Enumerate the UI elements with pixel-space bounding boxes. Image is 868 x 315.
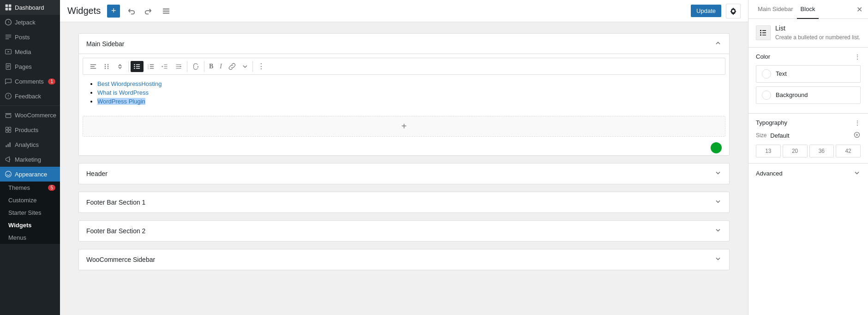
widget-area-header: Header: [78, 163, 730, 184]
toolbar-ordered-button[interactable]: 123: [144, 61, 157, 72]
text-color-circle: [762, 69, 771, 79]
woocommerce-area-header[interactable]: WooCommerce Sidebar: [79, 249, 729, 270]
list-item-3: WordPress Plugin: [97, 98, 722, 105]
toolbar-options-button[interactable]: ⋮: [255, 60, 268, 73]
sidebar-item-appearance[interactable]: Appearance: [0, 167, 60, 182]
marketing-icon: [5, 156, 12, 163]
list-icon: [133, 63, 141, 70]
sidebar-item-jetpack[interactable]: Jetpack: [0, 15, 60, 30]
topbar: Widgets + Update: [60, 0, 748, 22]
sidebar-item-comments[interactable]: Comments 1: [0, 74, 60, 89]
svg-rect-1: [9, 5, 12, 7]
tab-main-sidebar[interactable]: Main Sidebar: [754, 0, 797, 19]
sidebar-subitem-customize[interactable]: Customize: [0, 194, 60, 206]
settings-button[interactable]: [726, 4, 741, 18]
sidebar-item-label: Jetpack: [15, 19, 36, 26]
link-icon: [228, 63, 236, 70]
close-icon: ✕: [856, 6, 862, 13]
sidebar-item-media[interactable]: Media: [0, 44, 60, 59]
list-link-3[interactable]: WordPress Plugin: [97, 98, 145, 105]
tab-block[interactable]: Block: [797, 0, 819, 19]
indent-icon: [175, 63, 182, 70]
sidebar-item-products[interactable]: Products: [0, 122, 60, 137]
green-indicator-container: [79, 140, 729, 155]
add-block-area[interactable]: +: [83, 116, 725, 137]
svg-rect-29: [90, 68, 96, 69]
toolbar-more-button[interactable]: [239, 62, 251, 71]
tab-block-label: Block: [801, 6, 815, 12]
analytics-icon: [5, 141, 12, 148]
undo-button[interactable]: [125, 5, 138, 18]
footer1-area-header[interactable]: Footer Bar Section 1: [79, 192, 729, 212]
sidebar-item-feedback[interactable]: Feedback: [0, 89, 60, 103]
woocommerce-area-title: WooCommerce Sidebar: [86, 256, 155, 263]
toolbar-link-button[interactable]: [226, 61, 239, 72]
size-pill-20[interactable]: 20: [783, 145, 808, 158]
sidebar-subitem-widgets[interactable]: Widgets: [0, 219, 60, 231]
toolbar-align-button[interactable]: [87, 61, 100, 72]
dashboard-icon: [5, 4, 12, 11]
sidebar-item-label: Comments: [15, 78, 44, 85]
main-sidebar-header[interactable]: Main Sidebar: [79, 34, 729, 54]
main-content: Widgets + Update Main Sidebar: [60, 0, 748, 315]
list-view-button[interactable]: [160, 5, 173, 18]
sidebar-subitem-starter-sites[interactable]: Starter Sites: [0, 206, 60, 219]
canvas: Main Sidebar: [60, 22, 748, 315]
redo-button[interactable]: [142, 5, 155, 18]
block-title: List: [775, 24, 860, 32]
right-panel-tabs: Main Sidebar Block ✕: [748, 0, 868, 19]
chevron-down-icon: [714, 169, 722, 176]
svg-rect-44: [150, 68, 154, 69]
toolbar-drag-button[interactable]: [101, 61, 113, 72]
header-area-header[interactable]: Header: [79, 164, 729, 184]
svg-rect-36: [136, 64, 140, 65]
menus-label: Menus: [8, 234, 26, 241]
list-link-1[interactable]: Best WiordpressHosting: [97, 80, 162, 87]
list-link-2[interactable]: What is WordPress: [97, 89, 149, 96]
update-button[interactable]: Update: [691, 5, 721, 17]
sidebar-item-analytics[interactable]: Analytics: [0, 137, 60, 152]
size-control-button[interactable]: [853, 131, 861, 140]
sidebar-item-posts[interactable]: Posts: [0, 30, 60, 44]
toolbar-bold-button[interactable]: B: [206, 61, 216, 72]
toolbar-indent-button[interactable]: [172, 61, 185, 72]
chevron-down-icon: [853, 169, 861, 176]
sidebar-subitem-menus[interactable]: Menus: [0, 231, 60, 244]
svg-rect-48: [762, 30, 766, 31]
sidebar-item-pages[interactable]: Pages: [0, 59, 60, 74]
sidebar-item-label: Feedback: [15, 93, 41, 100]
toolbar-outdent-button[interactable]: [158, 61, 171, 72]
sidebar-item-woocommerce[interactable]: WooCommerce: [0, 108, 60, 122]
size-pill-36[interactable]: 36: [809, 145, 834, 158]
svg-marker-9: [7, 51, 10, 52]
size-pill-42[interactable]: 42: [836, 145, 861, 158]
footer2-area-header[interactable]: Footer Bar Section 2: [79, 221, 729, 241]
svg-point-35: [108, 67, 108, 68]
woocommerce-collapse-button[interactable]: [714, 255, 722, 264]
color-options-button[interactable]: ⋮: [854, 53, 861, 61]
main-sidebar-collapse-button[interactable]: [714, 39, 722, 48]
svg-rect-26: [163, 12, 169, 13]
toolbar-list-button[interactable]: [131, 61, 144, 72]
typography-options-button[interactable]: ⋮: [854, 119, 861, 127]
color-option-background[interactable]: Background: [756, 86, 861, 104]
sidebar-subitem-themes[interactable]: Themes 5: [0, 182, 60, 194]
header-collapse-button[interactable]: [714, 169, 722, 178]
add-block-button[interactable]: +: [107, 5, 120, 18]
list-block-icon: [756, 25, 771, 40]
widget-area-footer-1: Footer Bar Section 1: [78, 192, 730, 213]
sidebar-item-dashboard[interactable]: Dashboard: [0, 0, 60, 15]
page-title: Widgets: [67, 6, 101, 16]
footer1-collapse-button[interactable]: [714, 198, 722, 206]
advanced-header[interactable]: Advanced: [756, 169, 861, 178]
footer2-collapse-button[interactable]: [714, 226, 722, 235]
toolbar-transform-button[interactable]: [189, 61, 202, 72]
sidebar-item-marketing[interactable]: Marketing: [0, 152, 60, 167]
size-pill-13[interactable]: 13: [756, 145, 781, 158]
right-panel: Main Sidebar Block ✕ List Create a bulle…: [748, 0, 868, 315]
svg-point-34: [105, 67, 106, 68]
toolbar-italic-button[interactable]: I: [217, 61, 225, 72]
color-option-text[interactable]: Text: [756, 65, 861, 83]
toolbar-move-button[interactable]: [114, 61, 126, 72]
right-panel-close-button[interactable]: ✕: [856, 5, 862, 14]
